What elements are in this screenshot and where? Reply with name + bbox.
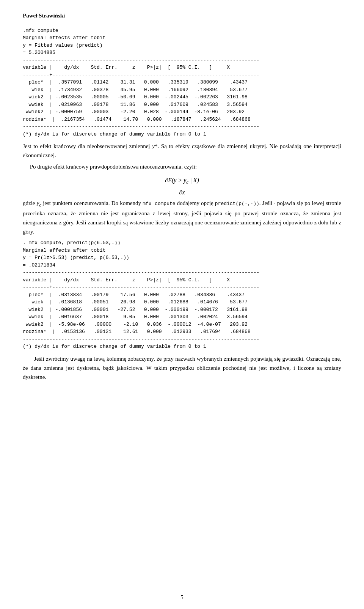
page-number: 5 [180, 593, 184, 602]
table-row: wwiek2 | -5.98e-06 .00000 -2.10 0.036 -.… [23, 321, 341, 328]
title1c: = 5.2004885 [23, 49, 341, 57]
para1: Jest to efekt krańcowy dla nieobserwowan… [23, 142, 341, 160]
table-row: wwiek | .0016637 .00018 9.05 0.000 .0013… [23, 313, 341, 321]
separator2a: ----------------------------------------… [23, 269, 341, 276]
section2: . mfx compute, predict(p(6.53,.)) Margin… [23, 239, 341, 350]
text-block2: gdzie yc jest punktem ocenzurowania. Do … [23, 199, 341, 236]
table-row: wwiek2 | -.0000759 .00003 -2.20 0.028 -.… [23, 108, 341, 116]
table-row: wiek2 | -.0023535 .00005 -50.69 0.000 -.… [23, 93, 341, 101]
title1b: y = Fitted values (predict) [23, 42, 341, 49]
text-block1: Jest to efekt krańcowy dla nieobserwowan… [23, 142, 341, 171]
fraction: ∂E(y > yc | X) ∂x [163, 176, 201, 197]
table-row: plec* | .3577091 .01142 31.31 0.000 .335… [23, 79, 341, 86]
denominator: ∂x [163, 187, 201, 197]
table-row: wiek2 | -.0001856 .00001 -27.52 0.000 -.… [23, 306, 341, 314]
formula-block: ∂E(y > yc | X) ∂x [23, 176, 341, 197]
table-row: wwiek | .0210963 .00178 11.86 0.000 .017… [23, 101, 341, 109]
command2: . mfx compute, predict(p(6.53,.)) [23, 239, 341, 247]
col-sep1: ---------+------------------------------… [23, 71, 341, 79]
title2a: Marginal effects after tobit [23, 247, 341, 254]
para4: Jeśli zwrócimy uwagę na lewą kolumnę zob… [23, 354, 341, 382]
title1a: Marginal effects after tobit [23, 34, 341, 42]
para2: Po drugie efekt krańcowy prawdopodobieńs… [23, 162, 341, 171]
footer1: ----------------------------------------… [23, 123, 341, 131]
col-header2: variable | dy/dx Std. Err. z P>|z| [ 95%… [23, 276, 341, 284]
footnote2: (*) dy/dx is for discrete change of dumm… [23, 343, 341, 350]
col-sep2: ---------+------------------------------… [23, 284, 341, 291]
footnote1: (*) dy/dx is for discrete change of dumm… [23, 131, 341, 138]
numerator: ∂E(y > yc | X) [163, 176, 201, 187]
title2b: y = Pr(lz>6.53) (predict, p(6.53,.)) [23, 254, 341, 262]
table-row: wiek | .1734932 .00378 45.95 0.000 .1660… [23, 86, 341, 94]
para3: gdzie yc jest punktem ocenzurowania. Do … [23, 199, 341, 236]
section1: .mfx compute Marginal effects after tobi… [23, 27, 341, 138]
table1-rows: plec* | .3577091 .01142 31.31 0.000 .335… [23, 79, 341, 123]
table-row: rodzina* | .2167354 .01474 14.70 0.000 .… [23, 116, 341, 123]
text-block3: Jeśli zwrócimy uwagę na lewą kolumnę zob… [23, 354, 341, 382]
author-header: Paweł Strawiński [23, 11, 341, 20]
command1: .mfx compute [23, 27, 341, 35]
footer2: ----------------------------------------… [23, 336, 341, 343]
title2c: = .02171834 [23, 262, 341, 269]
table-row: wiek | .0136818 .00051 26.98 0.000 .0126… [23, 298, 341, 306]
table2-rows: plec* | .0313834 .00179 17.56 0.000 .027… [23, 291, 341, 336]
table-row: plec* | .0313834 .00179 17.56 0.000 .027… [23, 291, 341, 299]
separator1a: ----------------------------------------… [23, 57, 341, 64]
page: Paweł Strawiński .mfx compute Marginal e… [0, 0, 364, 407]
table-row: rodzina* | .0153136 .00121 12.61 0.000 .… [23, 328, 341, 336]
col-header1: variable | dy/dx Std. Err. z P>|z| [ 95%… [23, 64, 341, 71]
